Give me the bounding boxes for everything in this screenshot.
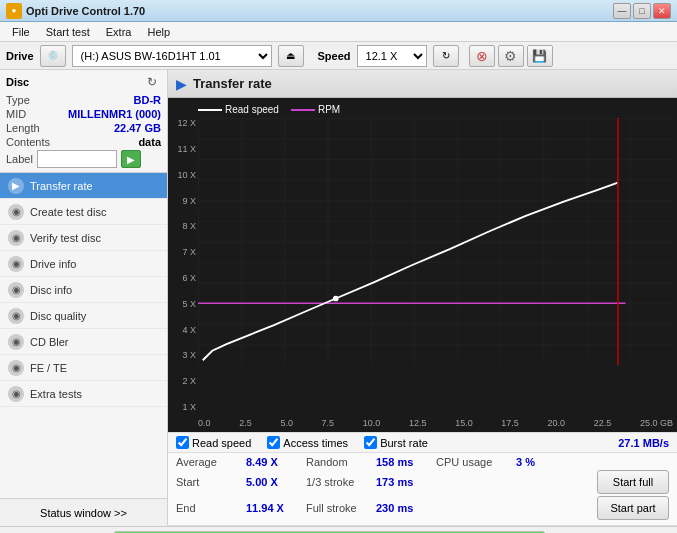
status-window-btn[interactable]: Status window >>: [0, 498, 167, 526]
nav-disc-quality[interactable]: ◉ Disc quality: [0, 303, 167, 329]
checkboxes-row: Read speed Access times Burst rate 27.1 …: [168, 432, 677, 453]
window-title: Opti Drive Control 1.70: [26, 5, 145, 17]
stroke1-label: 1/3 stroke: [306, 476, 376, 488]
cb-access-times-input[interactable]: [267, 436, 280, 449]
menu-help[interactable]: Help: [139, 24, 178, 40]
save-button[interactable]: 💾: [527, 45, 553, 67]
cb-burst-rate-input[interactable]: [364, 436, 377, 449]
nav-create-test-disc[interactable]: ◉ Create test disc: [0, 199, 167, 225]
contents-value: data: [138, 136, 161, 148]
legend-rpm-color: [291, 109, 315, 111]
speed-refresh-btn[interactable]: ↻: [433, 45, 459, 67]
cb-read-speed-input[interactable]: [176, 436, 189, 449]
start-label: Start: [176, 476, 246, 488]
nav-verify-test-disc-label: Verify test disc: [30, 232, 101, 244]
gear-button[interactable]: ⚙: [498, 45, 524, 67]
x-label-7-5: 7.5: [322, 418, 335, 428]
legend-read-speed-color: [198, 109, 222, 111]
type-value: BD-R: [134, 94, 162, 106]
extra-tests-icon: ◉: [8, 386, 24, 402]
disc-label-row: Label ▶: [6, 150, 161, 168]
average-label: Average: [176, 456, 246, 468]
drive-info-icon: ◉: [8, 256, 24, 272]
type-label: Type: [6, 94, 30, 106]
y-label-8x: 8 X: [168, 221, 198, 231]
cpu-value: 3 %: [516, 456, 556, 468]
menu-file[interactable]: File: [4, 24, 38, 40]
nav-cd-bler-label: CD Bler: [30, 336, 69, 348]
nav-extra-tests[interactable]: ◉ Extra tests: [0, 381, 167, 407]
x-label-15: 15.0: [455, 418, 473, 428]
nav-transfer-rate[interactable]: ▶ Transfer rate: [0, 173, 167, 199]
create-test-disc-icon: ◉: [8, 204, 24, 220]
nav-disc-info[interactable]: ◉ Disc info: [0, 277, 167, 303]
toolbar-buttons: ⊗ ⚙ 💾: [469, 45, 553, 67]
chart-legend: Read speed RPM: [198, 104, 340, 115]
y-label-5x: 5 X: [168, 299, 198, 309]
nav-drive-info-label: Drive info: [30, 258, 76, 270]
y-axis: 1 X 2 X 3 X 4 X 5 X 6 X 7 X 8 X 9 X 10 X…: [168, 118, 198, 412]
mid-value: MILLENMR1 (000): [68, 108, 161, 120]
nav-items: ▶ Transfer rate ◉ Create test disc ◉ Ver…: [0, 173, 167, 498]
start-full-button[interactable]: Start full: [597, 470, 669, 494]
x-label-10: 10.0: [363, 418, 381, 428]
drive-label: Drive: [6, 50, 34, 62]
label-label: Label: [6, 153, 33, 165]
start-part-button[interactable]: Start part: [597, 496, 669, 520]
sidebar: Disc ↻ Type BD-R MID MILLENMR1 (000) Len…: [0, 70, 168, 526]
clean-button[interactable]: ⊗: [469, 45, 495, 67]
disc-info-icon: ◉: [8, 282, 24, 298]
y-label-10x: 10 X: [168, 170, 198, 180]
disc-type-row: Type BD-R: [6, 94, 161, 106]
nav-drive-info[interactable]: ◉ Drive info: [0, 251, 167, 277]
burst-rate-value: 27.1 MB/s: [618, 437, 669, 449]
drive-bar: Drive 💿 (H:) ASUS BW-16D1HT 1.01 ⏏ Speed…: [0, 42, 677, 70]
minimize-button[interactable]: —: [613, 3, 631, 19]
close-button[interactable]: ✕: [653, 3, 671, 19]
end-label: End: [176, 502, 246, 514]
contents-label: Contents: [6, 136, 50, 148]
length-value: 22.47 GB: [114, 122, 161, 134]
stroke1-value: 173 ms: [376, 476, 436, 488]
verify-test-disc-icon: ◉: [8, 230, 24, 246]
random-value: 158 ms: [376, 456, 436, 468]
x-label-12-5: 12.5: [409, 418, 427, 428]
chart-header-icon: ▶: [176, 76, 187, 92]
nav-fe-te[interactable]: ◉ FE / TE: [0, 355, 167, 381]
chart-area: Read speed RPM 1 X 2 X 3 X 4 X 5 X 6 X 7…: [168, 98, 677, 432]
x-label-17-5: 17.5: [501, 418, 519, 428]
drive-icon-btn: 💿: [40, 45, 66, 67]
y-label-11x: 11 X: [168, 144, 198, 154]
disc-quality-icon: ◉: [8, 308, 24, 324]
nav-transfer-rate-label: Transfer rate: [30, 180, 93, 192]
nav-cd-bler[interactable]: ◉ CD Bler: [0, 329, 167, 355]
nav-verify-test-disc[interactable]: ◉ Verify test disc: [0, 225, 167, 251]
nav-create-test-disc-label: Create test disc: [30, 206, 106, 218]
y-label-2x: 2 X: [168, 376, 198, 386]
stats-row-2: Start 5.00 X 1/3 stroke 173 ms Start ful…: [176, 470, 669, 494]
transfer-rate-icon: ▶: [8, 178, 24, 194]
cpu-label: CPU usage: [436, 456, 516, 468]
maximize-button[interactable]: □: [633, 3, 651, 19]
status-window-label: Status window >>: [40, 507, 127, 519]
nav-disc-info-label: Disc info: [30, 284, 72, 296]
label-go-btn[interactable]: ▶: [121, 150, 141, 168]
length-label: Length: [6, 122, 40, 134]
chart-title: Transfer rate: [193, 76, 272, 91]
y-label-6x: 6 X: [168, 273, 198, 283]
menu-start-test[interactable]: Start test: [38, 24, 98, 40]
cb-burst-rate: Burst rate: [364, 436, 428, 449]
cb-read-speed-label: Read speed: [192, 437, 251, 449]
average-value: 8.49 X: [246, 456, 306, 468]
stats-section: Average 8.49 X Random 158 ms CPU usage 3…: [168, 453, 677, 526]
speed-select[interactable]: 12.1 X: [357, 45, 427, 67]
cb-read-speed: Read speed: [176, 436, 251, 449]
title-bar-controls: — □ ✕: [613, 3, 671, 19]
eject-button[interactable]: ⏏: [278, 45, 304, 67]
x-label-2-5: 2.5: [239, 418, 252, 428]
menu-extra[interactable]: Extra: [98, 24, 140, 40]
label-input[interactable]: [37, 150, 117, 168]
x-label-20: 20.0: [548, 418, 566, 428]
disc-refresh-btn[interactable]: ↻: [143, 74, 161, 90]
drive-select[interactable]: (H:) ASUS BW-16D1HT 1.01: [72, 45, 272, 67]
